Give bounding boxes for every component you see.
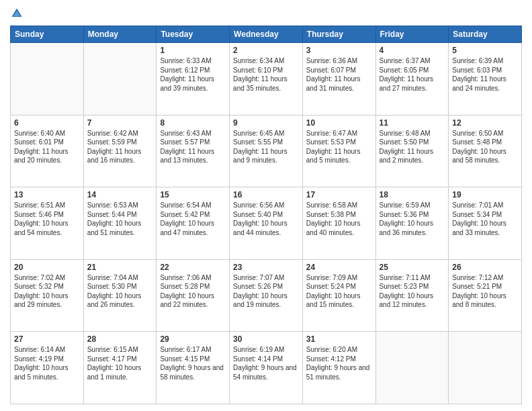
cell-content: Sunrise: 6:56 AMSunset: 5:40 PMDaylight:… (233, 201, 299, 237)
day-number: 24 (306, 263, 372, 272)
calendar-cell: 10Sunrise: 6:47 AMSunset: 5:53 PMDayligh… (302, 115, 375, 187)
calendar-cell: 5Sunrise: 6:39 AMSunset: 6:03 PMDaylight… (449, 43, 522, 116)
cell-content: Sunrise: 6:58 AMSunset: 5:38 PMDaylight:… (306, 201, 372, 237)
day-number: 2 (233, 46, 299, 55)
cell-content: Sunrise: 6:40 AMSunset: 6:01 PMDaylight:… (14, 129, 80, 165)
calendar-cell (449, 332, 522, 404)
cell-content: Sunrise: 6:54 AMSunset: 5:42 PMDaylight:… (160, 201, 226, 237)
day-number: 29 (160, 334, 226, 344)
calendar-cell: 24Sunrise: 7:09 AMSunset: 5:24 PMDayligh… (302, 259, 375, 332)
weekday-header-tuesday: Tuesday (157, 26, 230, 43)
cell-content: Sunrise: 6:17 AMSunset: 4:15 PMDaylight:… (160, 345, 226, 381)
weekday-header-friday: Friday (375, 26, 449, 43)
calendar-cell: 11Sunrise: 6:48 AMSunset: 5:50 PMDayligh… (375, 115, 449, 187)
calendar-cell: 15Sunrise: 6:54 AMSunset: 5:42 PMDayligh… (157, 187, 230, 260)
cell-content: Sunrise: 6:47 AMSunset: 5:53 PMDaylight:… (306, 129, 372, 165)
calendar-cell (375, 332, 449, 404)
calendar-cell: 19Sunrise: 7:01 AMSunset: 5:34 PMDayligh… (449, 187, 522, 260)
day-number: 1 (160, 46, 226, 55)
cell-content: Sunrise: 6:42 AMSunset: 5:59 PMDaylight:… (87, 129, 153, 165)
day-number: 10 (306, 118, 372, 128)
calendar-cell: 23Sunrise: 7:07 AMSunset: 5:26 PMDayligh… (230, 259, 303, 332)
cell-content: Sunrise: 6:37 AMSunset: 6:05 PMDaylight:… (380, 56, 445, 93)
calendar-cell: 22Sunrise: 7:06 AMSunset: 5:28 PMDayligh… (157, 259, 230, 332)
cell-content: Sunrise: 6:39 AMSunset: 6:03 PMDaylight:… (452, 56, 518, 93)
cell-content: Sunrise: 6:45 AMSunset: 5:55 PMDaylight:… (233, 129, 299, 165)
cell-content: Sunrise: 6:51 AMSunset: 5:46 PMDaylight:… (14, 201, 80, 237)
calendar-cell: 4Sunrise: 6:37 AMSunset: 6:05 PMDaylight… (375, 43, 449, 116)
day-number: 3 (306, 46, 372, 55)
calendar-cell (83, 43, 157, 116)
calendar-cell: 7Sunrise: 6:42 AMSunset: 5:59 PMDaylight… (83, 115, 157, 187)
day-number: 28 (87, 334, 153, 344)
calendar-cell: 17Sunrise: 6:58 AMSunset: 5:38 PMDayligh… (302, 187, 375, 260)
weekday-header-thursday: Thursday (302, 26, 375, 43)
day-number: 14 (87, 190, 153, 199)
cell-content: Sunrise: 7:01 AMSunset: 5:34 PMDaylight:… (452, 201, 518, 237)
day-number: 21 (87, 263, 153, 272)
week-row-3: 13Sunrise: 6:51 AMSunset: 5:46 PMDayligh… (11, 187, 522, 260)
page: SundayMondayTuesdayWednesdayThursdayFrid… (0, 0, 532, 411)
cell-content: Sunrise: 6:34 AMSunset: 6:10 PMDaylight:… (233, 56, 299, 93)
cell-content: Sunrise: 6:59 AMSunset: 5:36 PMDaylight:… (380, 201, 445, 237)
calendar-cell: 27Sunrise: 6:14 AMSunset: 4:19 PMDayligh… (11, 332, 84, 404)
header (10, 7, 522, 20)
cell-content: Sunrise: 7:12 AMSunset: 5:21 PMDaylight:… (452, 273, 518, 310)
day-number: 27 (14, 334, 80, 344)
cell-content: Sunrise: 7:09 AMSunset: 5:24 PMDaylight:… (306, 273, 372, 310)
cell-content: Sunrise: 7:11 AMSunset: 5:23 PMDaylight:… (380, 273, 445, 310)
day-number: 22 (160, 263, 226, 272)
week-row-1: 1Sunrise: 6:33 AMSunset: 6:12 PMDaylight… (11, 43, 522, 116)
calendar-cell (11, 43, 84, 116)
calendar-cell: 13Sunrise: 6:51 AMSunset: 5:46 PMDayligh… (11, 187, 84, 260)
day-number: 25 (380, 263, 445, 272)
calendar-cell: 30Sunrise: 6:19 AMSunset: 4:14 PMDayligh… (230, 332, 303, 404)
day-number: 20 (14, 263, 80, 272)
calendar-cell: 31Sunrise: 6:20 AMSunset: 4:12 PMDayligh… (302, 332, 375, 404)
day-number: 18 (380, 190, 445, 199)
weekday-header-monday: Monday (83, 26, 157, 43)
cell-content: Sunrise: 7:04 AMSunset: 5:30 PMDaylight:… (87, 273, 153, 310)
cell-content: Sunrise: 6:20 AMSunset: 4:12 PMDaylight:… (306, 345, 372, 381)
calendar-cell: 6Sunrise: 6:40 AMSunset: 6:01 PMDaylight… (11, 115, 84, 187)
day-number: 30 (233, 334, 299, 344)
cell-content: Sunrise: 6:48 AMSunset: 5:50 PMDaylight:… (380, 129, 445, 165)
day-number: 26 (452, 263, 518, 272)
calendar-cell: 29Sunrise: 6:17 AMSunset: 4:15 PMDayligh… (157, 332, 230, 404)
calendar-cell: 21Sunrise: 7:04 AMSunset: 5:30 PMDayligh… (83, 259, 157, 332)
day-number: 31 (306, 334, 372, 344)
calendar-cell: 9Sunrise: 6:45 AMSunset: 5:55 PMDaylight… (230, 115, 303, 187)
day-number: 4 (380, 46, 445, 55)
day-number: 12 (452, 118, 518, 128)
day-number: 23 (233, 263, 299, 272)
calendar-cell: 25Sunrise: 7:11 AMSunset: 5:23 PMDayligh… (375, 259, 449, 332)
cell-content: Sunrise: 6:53 AMSunset: 5:44 PMDaylight:… (87, 201, 153, 237)
cell-content: Sunrise: 6:36 AMSunset: 6:07 PMDaylight:… (306, 56, 372, 93)
calendar-cell: 2Sunrise: 6:34 AMSunset: 6:10 PMDaylight… (230, 43, 303, 116)
day-number: 7 (87, 118, 153, 128)
day-number: 15 (160, 190, 226, 199)
day-number: 16 (233, 190, 299, 199)
weekday-header-row: SundayMondayTuesdayWednesdayThursdayFrid… (11, 26, 522, 43)
day-number: 13 (14, 190, 80, 199)
weekday-header-wednesday: Wednesday (230, 26, 303, 43)
day-number: 19 (452, 190, 518, 199)
calendar-cell: 1Sunrise: 6:33 AMSunset: 6:12 PMDaylight… (157, 43, 230, 116)
calendar-cell: 20Sunrise: 7:02 AMSunset: 5:32 PMDayligh… (11, 259, 84, 332)
calendar-cell: 18Sunrise: 6:59 AMSunset: 5:36 PMDayligh… (375, 187, 449, 260)
cell-content: Sunrise: 7:02 AMSunset: 5:32 PMDaylight:… (14, 273, 80, 310)
cell-content: Sunrise: 6:33 AMSunset: 6:12 PMDaylight:… (160, 56, 226, 93)
cell-content: Sunrise: 7:07 AMSunset: 5:26 PMDaylight:… (233, 273, 299, 310)
cell-content: Sunrise: 6:15 AMSunset: 4:17 PMDaylight:… (87, 345, 153, 381)
day-number: 6 (14, 118, 80, 128)
week-row-2: 6Sunrise: 6:40 AMSunset: 6:01 PMDaylight… (11, 115, 522, 187)
cell-content: Sunrise: 6:19 AMSunset: 4:14 PMDaylight:… (233, 345, 299, 381)
calendar-cell: 8Sunrise: 6:43 AMSunset: 5:57 PMDaylight… (157, 115, 230, 187)
calendar-cell: 14Sunrise: 6:53 AMSunset: 5:44 PMDayligh… (83, 187, 157, 260)
logo-icon (10, 7, 24, 20)
calendar-table: SundayMondayTuesdayWednesdayThursdayFrid… (10, 26, 522, 404)
day-number: 17 (306, 190, 372, 199)
day-number: 5 (452, 46, 518, 55)
calendar-cell: 26Sunrise: 7:12 AMSunset: 5:21 PMDayligh… (449, 259, 522, 332)
cell-content: Sunrise: 6:50 AMSunset: 5:48 PMDaylight:… (452, 129, 518, 165)
